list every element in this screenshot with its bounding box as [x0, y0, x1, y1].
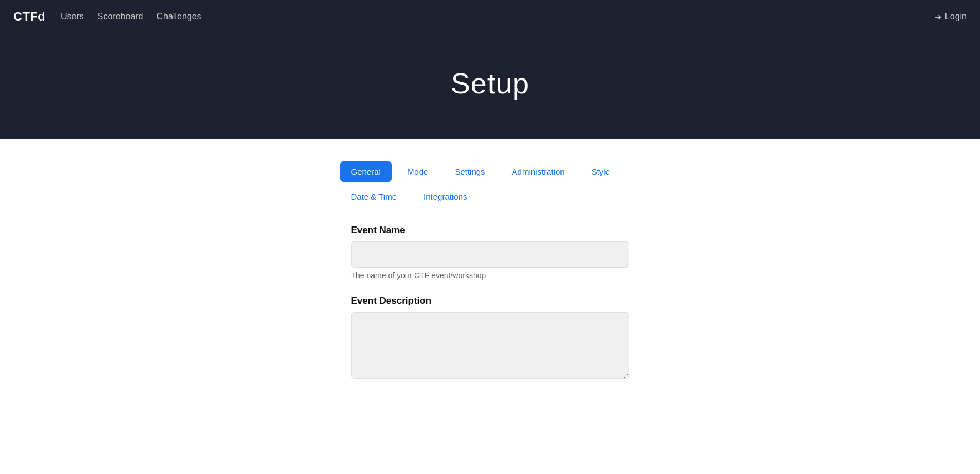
navbar-left: CTFd Users Scoreboard Challenges — [13, 9, 201, 24]
login-label: Login — [945, 12, 967, 22]
event-description-group: Event Description — [351, 295, 629, 381]
hero-title: Setup — [451, 67, 529, 100]
event-name-input[interactable] — [351, 241, 629, 268]
brand-text: CTFd — [13, 9, 45, 23]
nav-link-challenges[interactable]: Challenges — [157, 12, 201, 21]
nav-link-scoreboard[interactable]: Scoreboard — [97, 12, 144, 21]
event-description-label: Event Description — [351, 295, 629, 307]
page-wrapper: CTFd Users Scoreboard Challenges ➜ Login — [0, 0, 980, 474]
tab-integrations[interactable]: Integrations — [412, 186, 478, 207]
nav-item-scoreboard[interactable]: Scoreboard — [97, 12, 144, 22]
brand-light: d — [38, 9, 45, 23]
login-icon: ➜ — [934, 12, 942, 22]
navbar-right: ➜ Login — [934, 12, 967, 22]
event-name-group: Event Name The name of your CTF event/wo… — [351, 225, 629, 280]
tab-mode[interactable]: Mode — [396, 161, 440, 182]
event-name-hint: The name of your CTF event/workshop — [351, 271, 629, 280]
content-area: General Mode Settings Administration Sty… — [184, 139, 796, 419]
navbar: CTFd Users Scoreboard Challenges ➜ Login — [0, 0, 980, 33]
nav-link-users[interactable]: Users — [61, 12, 84, 21]
tab-settings[interactable]: Settings — [444, 161, 496, 182]
nav-item-challenges[interactable]: Challenges — [157, 12, 201, 22]
tab-style[interactable]: Style — [580, 161, 621, 182]
tab-date-time[interactable]: Date & Time — [340, 186, 408, 207]
setup-tabs: General Mode Settings Administration Sty… — [340, 161, 641, 207]
nav-links: Users Scoreboard Challenges — [61, 12, 201, 22]
hero-section: Setup — [0, 33, 980, 139]
tab-general[interactable]: General — [340, 161, 392, 182]
tab-administration[interactable]: Administration — [501, 161, 576, 182]
brand-logo[interactable]: CTFd — [13, 9, 45, 24]
event-name-label: Event Name — [351, 225, 629, 236]
nav-item-users[interactable]: Users — [61, 12, 84, 22]
event-description-input[interactable] — [351, 312, 629, 379]
form-section: Event Name The name of your CTF event/wo… — [340, 225, 641, 381]
login-button[interactable]: ➜ Login — [934, 12, 967, 22]
